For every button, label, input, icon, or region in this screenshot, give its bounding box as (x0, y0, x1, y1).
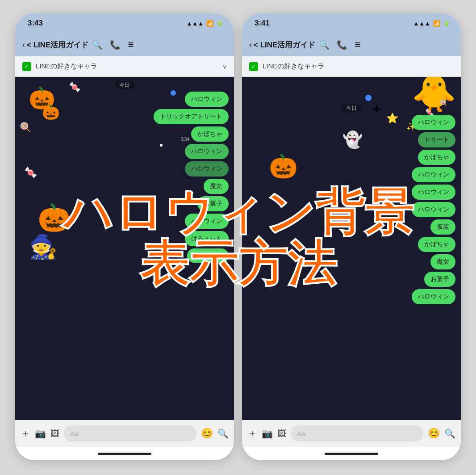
poll-checkbox-right: ✓ (249, 62, 258, 71)
msg-right-7: 仮装 (430, 219, 455, 235)
nav-title-right: < LINE活用ガイド (254, 40, 315, 50)
poll-chevron-left[interactable]: ∨ (222, 63, 227, 70)
plus-icon-left[interactable]: ＋ (21, 427, 30, 440)
msg-left-3: かぼちゃ (191, 126, 229, 142)
signal-icon-right: ▲▲▲ (413, 20, 430, 27)
back-arrow-right[interactable]: ‹ (249, 40, 252, 50)
msg-right-4: ハロウィン (412, 167, 455, 182)
message-input-right[interactable]: Aa (291, 425, 423, 441)
status-bar-left: 3:43 ▲▲▲ 📶 🔋 (15, 13, 234, 33)
plus-icon-right[interactable]: ＋ (247, 427, 257, 440)
home-indicator-left (15, 447, 234, 460)
camera-icon-left[interactable]: 📷 (35, 428, 46, 439)
nav-back-left[interactable]: ‹ < LINE活用ガイド (22, 40, 88, 50)
nav-icons-left: 🔍 📞 ≡ (92, 39, 134, 50)
emoji-icon-left[interactable]: 😊 (201, 428, 213, 439)
message-input-left[interactable]: Aa (64, 425, 196, 441)
search-nav-icon-right[interactable]: 🔍 (319, 40, 330, 50)
chat-area-left: 🎃 🎃 🍬 🍭 🍬 🎃 🧙 今日 ハロウィン トリックオアトリート 3:34 か… (15, 77, 234, 420)
search-nav-icon-left[interactable]: 🔍 (92, 40, 103, 50)
camera-icon-right[interactable]: 📷 (262, 428, 273, 439)
msg-left-3-row: 3:34 かぼちゃ (181, 126, 229, 142)
msg-right-6: ハロウィン (412, 202, 455, 217)
msg-right-9: 魔女 (430, 254, 455, 269)
menu-nav-icon-left[interactable]: ≡ (128, 39, 134, 50)
msg-left-8: ハロウィン (185, 214, 229, 229)
msg-left-2: トリックオアトリート (154, 109, 229, 124)
nav-title-left: < LINE活用ガイド (27, 40, 88, 50)
msg-right-10: お菓子 (424, 272, 455, 287)
time-3-left: 3:34 (181, 137, 189, 142)
messages-left: ハロウィン トリックオアトリート 3:34 かぼちゃ ハロウィン ハロウィン 魔… (15, 89, 234, 265)
msg-left-1: ハロウィン (185, 92, 229, 107)
chat-area-right: 🐥 ✚ 👻 ⭐ ✨ 🍬 🍭 🎃 今日 ハロウィン トリート かぼちゃ ハロウィン… (242, 77, 461, 420)
image-icon-right[interactable]: 🖼 (277, 429, 286, 439)
phone-right: 3:41 ▲▲▲ 📶 🔋 ‹ < LINE活用ガイド 🔍 📞 ≡ ✓ LINEの… (242, 13, 461, 460)
msg-left-6: 魔女 (204, 179, 229, 194)
battery-icon-left: 🔋 (216, 20, 223, 27)
back-arrow-left[interactable]: ‹ (22, 40, 25, 50)
home-bar-right (325, 453, 378, 455)
search-icon-left[interactable]: 🔍 (217, 428, 229, 439)
image-icon-left[interactable]: 🖼 (50, 429, 59, 439)
date-label-right: 今日 (242, 104, 461, 112)
msg-right-11: ハロウィン (412, 289, 455, 304)
date-label-left: 今日 (15, 80, 234, 89)
msg-right-1: ハロウィン (412, 115, 455, 130)
nav-bar-left: ‹ < LINE活用ガイド 🔍 📞 ≡ (15, 33, 234, 56)
input-bar-right: ＋ 📷 🖼 Aa 😊 🔍 (242, 420, 461, 447)
poll-label-right: LINEの好きなキャラ (263, 62, 454, 71)
wifi-icon-left: 📶 (206, 20, 213, 27)
status-bar-right: 3:41 ▲▲▲ 📶 🔋 (242, 13, 461, 33)
msg-right-2: トリート (418, 132, 455, 147)
status-icons-left: ▲▲▲ 📶 🔋 (186, 20, 223, 27)
home-indicator-right (242, 447, 461, 460)
phone-left: 3:43 ▲▲▲ 📶 🔋 ‹ < LINE活用ガイド 🔍 📞 ≡ ✓ LINEの… (15, 13, 234, 460)
time-left: 3:43 (28, 19, 43, 28)
nav-icons-right: 🔍 📞 ≡ (319, 39, 360, 50)
wifi-icon-right: 📶 (433, 20, 440, 27)
time-right: 3:41 (255, 19, 270, 28)
phone-nav-icon-left[interactable]: 📞 (110, 40, 121, 50)
msg-left-9: はろぅぃん (185, 231, 229, 246)
signal-icon-left: ▲▲▲ (186, 20, 204, 27)
status-icons-right: ▲▲▲ 📶 🔋 (413, 20, 450, 27)
msg-left-10: Halloween (187, 248, 229, 263)
poll-checkbox-left: ✓ (22, 62, 31, 71)
phone-nav-icon-right[interactable]: 📞 (337, 40, 347, 50)
msg-right-5: ハロウィン (412, 185, 455, 200)
nav-bar-right: ‹ < LINE活用ガイド 🔍 📞 ≡ (242, 33, 461, 56)
search-icon-right[interactable]: 🔍 (444, 428, 455, 439)
msg-left-4: ハロウィン (185, 144, 229, 159)
msg-right-3: かぼちゃ (418, 150, 455, 165)
messages-right: ハロウィン トリート かぼちゃ ハロウィン ハロウィン ハロウィン 仮装 かぼち… (242, 112, 461, 307)
dot-blue-right (365, 95, 372, 101)
poll-label-left: LINEの好きなキャラ (36, 62, 218, 71)
poll-bar-right[interactable]: ✓ LINEの好きなキャラ (242, 56, 461, 77)
msg-left-5: ハロウィン (185, 161, 229, 177)
menu-nav-icon-right[interactable]: ≡ (355, 39, 360, 50)
page-wrapper: 3:43 ▲▲▲ 📶 🔋 ‹ < LINE活用ガイド 🔍 📞 ≡ ✓ LINEの… (0, 0, 476, 475)
msg-left-7: お菓子 (197, 196, 229, 211)
battery-icon-right: 🔋 (443, 20, 450, 27)
poll-bar-left[interactable]: ✓ LINEの好きなキャラ ∨ (15, 56, 234, 77)
msg-right-8: かぼちゃ (418, 237, 455, 252)
input-bar-left: ＋ 📷 🖼 Aa 😊 🔍 (15, 420, 234, 447)
emoji-icon-right[interactable]: 😊 (428, 428, 440, 439)
nav-back-right[interactable]: ‹ < LINE活用ガイド (249, 40, 315, 50)
home-bar-left (98, 453, 151, 455)
